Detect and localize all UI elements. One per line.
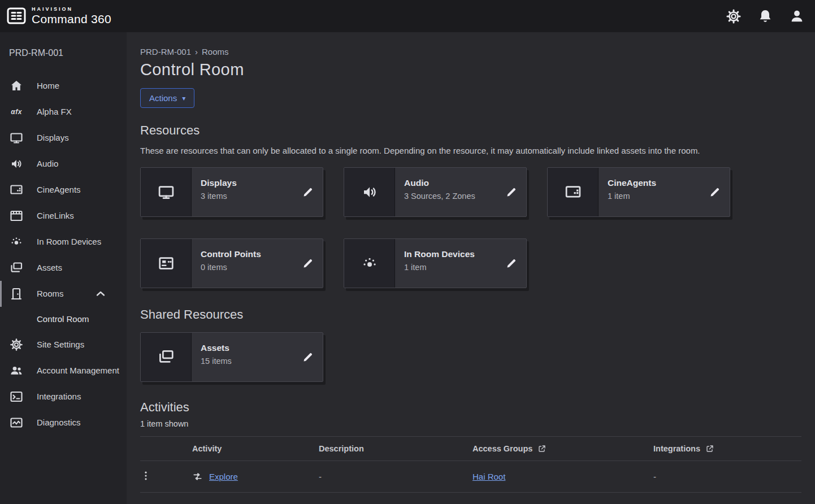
activity-description: -: [305, 472, 459, 481]
haivision-logo-icon: [7, 7, 26, 24]
assets-icon: [158, 349, 175, 366]
resources-heading: Resources: [140, 123, 801, 138]
sidebar-item-audio[interactable]: Audio: [0, 151, 127, 177]
sidebar-item-diagnostics[interactable]: Diagnostics: [0, 410, 127, 436]
edit-pencil-icon[interactable]: [302, 186, 314, 198]
sidebar-item-label: CineLinks: [37, 211, 74, 221]
user-account-icon[interactable]: [789, 8, 805, 24]
inroom-devices-icon: [9, 235, 24, 249]
main-content: PRD-RM-001 › Rooms Control Room Actions …: [127, 32, 815, 504]
sidebar-item-label: Integrations: [37, 392, 81, 402]
sidebar-item-home[interactable]: Home: [0, 73, 127, 99]
audio-icon: [9, 157, 24, 171]
row-menu-kebab-icon[interactable]: [140, 470, 151, 481]
edit-pencil-icon[interactable]: [506, 186, 517, 198]
table-row: Explore - Hai Root -: [140, 461, 801, 493]
breadcrumb-separator: ›: [195, 47, 198, 57]
sidebar-item-label: Home: [37, 81, 59, 92]
resource-card-in-room-devices[interactable]: In Room Devices 1 item: [344, 238, 527, 288]
actions-button[interactable]: Actions ▾: [140, 88, 194, 108]
sidebar-item-label: Diagnostics: [37, 418, 81, 428]
edit-pencil-icon[interactable]: [302, 351, 314, 363]
sidebar-item-label: CineAgents: [37, 185, 81, 195]
edit-pencil-icon[interactable]: [709, 186, 721, 198]
sidebar-item-displays[interactable]: Displays: [0, 125, 127, 151]
sidebar-item-label: Site Settings: [37, 340, 84, 350]
sidebar-item-rooms[interactable]: Rooms: [0, 281, 127, 307]
diagnostics-icon: [9, 416, 24, 429]
activities-count: 1 item shown: [140, 419, 801, 428]
sidebar-item-cineagents[interactable]: CineAgents: [0, 177, 127, 203]
sidebar-item-label: Alpha FX: [37, 107, 72, 118]
card-subtitle: 15 items: [201, 357, 297, 366]
sidebar-item-assets[interactable]: Assets: [0, 255, 127, 281]
shared-card-assets[interactable]: Assets 15 items: [140, 332, 323, 382]
activity-link-explore[interactable]: Explore: [209, 472, 238, 481]
card-title: Audio: [404, 178, 500, 188]
cineagents-icon: [9, 183, 24, 197]
external-link-icon[interactable]: [705, 444, 714, 453]
brand: HAIVISION Command 360: [7, 7, 111, 25]
cineagents-icon: [565, 184, 582, 201]
card-title: Displays: [201, 178, 297, 188]
sidebar-item-account-management[interactable]: Account Management: [0, 358, 127, 384]
explore-icon: [192, 471, 203, 482]
sidebar-item-control-room[interactable]: Control Room: [0, 307, 127, 332]
sidebar-item-label: In Room Devices: [37, 237, 101, 247]
sidebar-item-in-room-devices[interactable]: In Room Devices: [0, 229, 127, 255]
resource-card-control-points[interactable]: Control Points 0 items: [140, 238, 323, 288]
external-link-icon[interactable]: [537, 444, 547, 453]
sidebar-item-integrations[interactable]: Integrations: [0, 384, 127, 410]
topbar-actions: [726, 8, 806, 24]
chevron-up-icon: [93, 287, 108, 301]
resource-card-displays[interactable]: Displays 3 items: [140, 167, 323, 217]
gear-icon: [9, 338, 24, 351]
access-group-link[interactable]: Hai Root: [472, 472, 505, 481]
sidebar-item-cinelinks[interactable]: CineLinks: [0, 203, 127, 229]
caret-down-icon: ▾: [182, 95, 185, 102]
breadcrumb-rooms[interactable]: Rooms: [202, 47, 229, 57]
sidebar-item-site-settings[interactable]: Site Settings: [0, 332, 127, 358]
brand-name-small: HAIVISION: [32, 7, 111, 12]
audio-icon: [361, 184, 378, 201]
card-title: In Room Devices: [404, 249, 500, 259]
card-title: Assets: [201, 343, 297, 353]
actions-button-label: Actions: [149, 93, 177, 103]
rooms-icon: [9, 287, 24, 301]
sidebar-item-label: Account Management: [37, 366, 119, 376]
sidebar-item-label: Displays: [37, 133, 69, 144]
settings-gear-icon[interactable]: [726, 8, 742, 24]
edit-pencil-icon[interactable]: [302, 258, 314, 269]
sidebar-item-alpha-fx[interactable]: αfx Alpha FX: [0, 99, 127, 125]
activities-heading: Activities: [140, 400, 801, 415]
column-header-activity: Activity: [192, 444, 222, 453]
people-icon: [9, 364, 24, 377]
shared-resources-heading: Shared Resources: [140, 307, 801, 322]
notifications-bell-icon[interactable]: [757, 8, 773, 24]
card-title: Control Points: [201, 249, 297, 259]
card-title: CineAgents: [608, 178, 704, 188]
display-icon: [158, 184, 175, 201]
resource-card-cineagents[interactable]: CineAgents 1 item: [547, 167, 730, 217]
shared-resources-cards: Assets 15 items: [140, 332, 801, 382]
page-title: Control Room: [140, 60, 801, 79]
activity-integrations: -: [640, 472, 801, 481]
sidebar-item-label: Rooms: [37, 289, 64, 299]
edit-pencil-icon[interactable]: [506, 258, 517, 269]
assets-icon: [9, 261, 24, 275]
resources-cards: Displays 3 items Audio 3 Sources, 2 Zone…: [140, 167, 801, 288]
terminal-icon: [9, 390, 24, 403]
card-subtitle: 0 items: [201, 263, 297, 272]
resources-description: These are resources that can only be all…: [140, 144, 796, 157]
breadcrumb-site[interactable]: PRD-RM-001: [140, 47, 191, 57]
display-icon: [9, 131, 24, 145]
sidebar-item-label: Audio: [37, 159, 58, 170]
breadcrumb: PRD-RM-001 › Rooms: [140, 47, 801, 57]
column-header-access-groups: Access Groups: [472, 444, 532, 453]
card-subtitle: 1 item: [608, 192, 704, 201]
card-subtitle: 1 item: [404, 263, 500, 272]
control-points-icon: [158, 255, 175, 272]
cinelinks-icon: [9, 209, 24, 223]
resource-card-audio[interactable]: Audio 3 Sources, 2 Zones: [344, 167, 527, 217]
card-subtitle: 3 Sources, 2 Zones: [404, 192, 500, 201]
